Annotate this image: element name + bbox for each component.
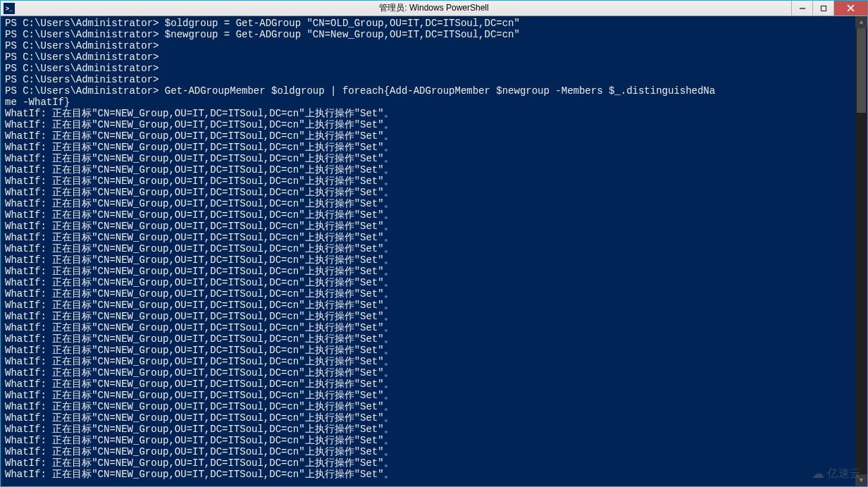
titlebar[interactable]: >_ 管理员: Windows PowerShell [1, 1, 867, 16]
minimize-icon [799, 5, 806, 12]
minimize-button[interactable] [791, 1, 812, 16]
powershell-window: >_ 管理员: Windows PowerShell PS C:\Users\A… [0, 0, 868, 487]
svg-rect-1 [821, 6, 826, 11]
maximize-icon [820, 5, 827, 12]
maximize-button[interactable] [812, 1, 833, 16]
window-controls [791, 1, 867, 16]
powershell-icon: >_ [4, 3, 15, 14]
scroll-track[interactable] [855, 28, 867, 474]
close-button[interactable] [833, 1, 867, 16]
scrollbar[interactable]: ▲ ▼ [855, 16, 867, 486]
scroll-thumb[interactable] [857, 28, 866, 113]
scroll-down-button[interactable]: ▼ [855, 474, 867, 486]
terminal-output[interactable]: PS C:\Users\Administrator> $oldgroup = G… [1, 16, 867, 486]
window-title: 管理员: Windows PowerShell [379, 2, 488, 14]
terminal-lines: PS C:\Users\Administrator> $oldgroup = G… [5, 18, 867, 480]
close-icon [847, 4, 855, 12]
scroll-up-button[interactable]: ▲ [855, 16, 867, 28]
